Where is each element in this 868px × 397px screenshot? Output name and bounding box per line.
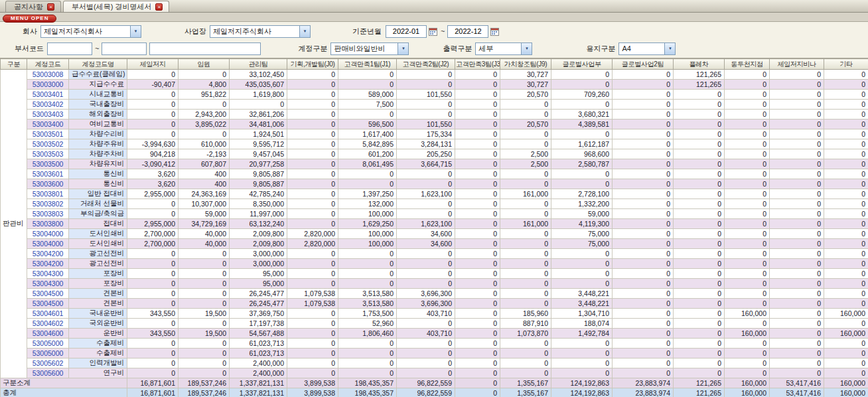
value-cell[interactable]: 0: [551, 100, 613, 110]
value-cell[interactable]: 0: [725, 279, 770, 289]
value-cell[interactable]: 189,537,246: [179, 388, 230, 397]
value-cell[interactable]: -3,090,412: [127, 159, 179, 169]
value-cell[interactable]: 0: [725, 100, 770, 110]
value-cell[interactable]: 0: [613, 149, 674, 159]
value-cell[interactable]: 0: [397, 209, 455, 219]
value-cell[interactable]: 0: [824, 259, 868, 269]
value-cell[interactable]: 0: [674, 90, 725, 100]
value-cell[interactable]: 124,192,863: [551, 378, 613, 388]
value-cell[interactable]: 0: [455, 129, 500, 139]
value-cell[interactable]: 16,871,601: [127, 378, 179, 388]
value-cell[interactable]: 3,680,321: [551, 110, 613, 119]
value-cell[interactable]: 0: [770, 169, 824, 179]
account-code-cell[interactable]: 53003501: [27, 129, 69, 139]
column-header[interactable]: 제일저지비나: [770, 59, 824, 70]
account-type-select[interactable]: 판매비와일반비 ▼: [330, 42, 409, 55]
value-cell[interactable]: 0: [770, 119, 824, 129]
chevron-down-icon[interactable]: ▼: [398, 43, 408, 54]
value-cell[interactable]: 0: [287, 249, 338, 259]
value-cell[interactable]: 3,620: [127, 179, 179, 189]
account-name-cell[interactable]: 국내운반비: [69, 309, 127, 319]
value-cell[interactable]: 0: [674, 139, 725, 149]
table-row[interactable]: 53003502차량주유비-3,994,630610,0009,595,7120…: [1, 139, 868, 149]
column-header[interactable]: 플레차: [674, 59, 725, 70]
value-cell[interactable]: 0: [179, 269, 230, 279]
value-cell[interactable]: 0: [824, 299, 868, 309]
value-cell[interactable]: 596,500: [338, 119, 397, 129]
table-row[interactable]: 53003403해외출장비02,943,20032,861,206000003,…: [1, 110, 868, 119]
value-cell[interactable]: 0: [287, 319, 338, 329]
account-name-cell[interactable]: 광고선전비: [69, 259, 127, 269]
dept-code-from-input[interactable]: [47, 42, 92, 55]
value-cell[interactable]: 0: [455, 189, 500, 199]
value-cell[interactable]: 0: [287, 100, 338, 110]
account-code-cell[interactable]: 53004000: [27, 229, 69, 239]
table-row[interactable]: 53003501차량수리비001,924,50101,617,400175,33…: [1, 129, 868, 139]
value-cell[interactable]: 0: [770, 279, 824, 289]
value-cell[interactable]: 198,435,357: [338, 378, 397, 388]
value-cell[interactable]: 0: [674, 119, 725, 129]
table-row[interactable]: 53005000수출제비0061,023,71300000000000: [1, 339, 868, 349]
value-cell[interactable]: 30,727: [500, 80, 551, 90]
table-row[interactable]: 53004300포장비0095,00000000000000: [1, 279, 868, 289]
value-cell[interactable]: 0: [674, 189, 725, 199]
value-cell[interactable]: 0: [338, 80, 397, 90]
value-cell[interactable]: 20,570: [500, 119, 551, 129]
column-header[interactable]: 관리팀: [230, 59, 287, 70]
value-cell[interactable]: 0: [127, 70, 179, 80]
value-cell[interactable]: 0: [397, 319, 455, 329]
value-cell[interactable]: 0: [613, 329, 674, 339]
value-cell[interactable]: 0: [455, 149, 500, 159]
value-cell[interactable]: 0: [551, 249, 613, 259]
value-cell[interactable]: 0: [770, 329, 824, 339]
value-cell[interactable]: 0: [824, 349, 868, 358]
value-cell[interactable]: 0: [500, 100, 551, 110]
value-cell[interactable]: 0: [500, 349, 551, 358]
value-cell[interactable]: 0: [455, 159, 500, 169]
value-cell[interactable]: 75,000: [551, 229, 613, 239]
value-cell[interactable]: 0: [127, 339, 179, 349]
value-cell[interactable]: 0: [338, 110, 397, 119]
account-name-cell[interactable]: 해외출장비: [69, 110, 127, 119]
value-cell[interactable]: 0: [725, 358, 770, 368]
value-cell[interactable]: 0: [455, 100, 500, 110]
account-name-cell[interactable]: 도서인쇄비: [69, 239, 127, 249]
value-cell[interactable]: 189,537,246: [179, 378, 230, 388]
value-cell[interactable]: 0: [551, 259, 613, 269]
account-name-cell[interactable]: 차량주차비: [69, 149, 127, 159]
value-cell[interactable]: 0: [824, 239, 868, 249]
value-cell[interactable]: 343,550: [127, 309, 179, 319]
value-cell[interactable]: 1,079,538: [287, 289, 338, 299]
account-name-cell[interactable]: 급수수료(클레임): [69, 70, 127, 80]
value-cell[interactable]: 0: [613, 189, 674, 199]
value-cell[interactable]: 1,623,100: [397, 189, 455, 199]
value-cell[interactable]: 887,910: [500, 319, 551, 329]
value-cell[interactable]: 0: [824, 249, 868, 259]
value-cell[interactable]: 0: [725, 289, 770, 299]
account-code-cell[interactable]: 53004300: [27, 279, 69, 289]
table-row[interactable]: 53003402국내출장비00007,500000000000: [1, 100, 868, 110]
value-cell[interactable]: 0: [725, 269, 770, 279]
value-cell[interactable]: 0: [500, 269, 551, 279]
value-cell[interactable]: 0: [179, 368, 230, 378]
value-cell[interactable]: 0: [551, 80, 613, 90]
value-cell[interactable]: 0: [127, 269, 179, 279]
value-cell[interactable]: 0: [824, 279, 868, 289]
value-cell[interactable]: 2,820,000: [287, 229, 338, 239]
value-cell[interactable]: 435,035,607: [230, 80, 287, 90]
value-cell[interactable]: 53,417,416: [770, 378, 824, 388]
value-cell[interactable]: 0: [770, 70, 824, 80]
value-cell[interactable]: 0: [338, 169, 397, 179]
value-cell[interactable]: 100,000: [338, 239, 397, 249]
value-cell[interactable]: 0: [725, 90, 770, 100]
value-cell[interactable]: 0: [674, 209, 725, 219]
table-row[interactable]: 53005600연구비002,400,00000000000000: [1, 368, 868, 378]
value-cell[interactable]: 0: [725, 149, 770, 159]
value-cell[interactable]: 0: [770, 269, 824, 279]
value-cell[interactable]: 0: [674, 329, 725, 339]
value-cell[interactable]: 59,000: [179, 209, 230, 219]
value-cell[interactable]: 0: [455, 209, 500, 219]
value-cell[interactable]: 0: [770, 149, 824, 159]
value-cell[interactable]: 0: [725, 199, 770, 209]
value-cell[interactable]: 19,500: [179, 309, 230, 319]
